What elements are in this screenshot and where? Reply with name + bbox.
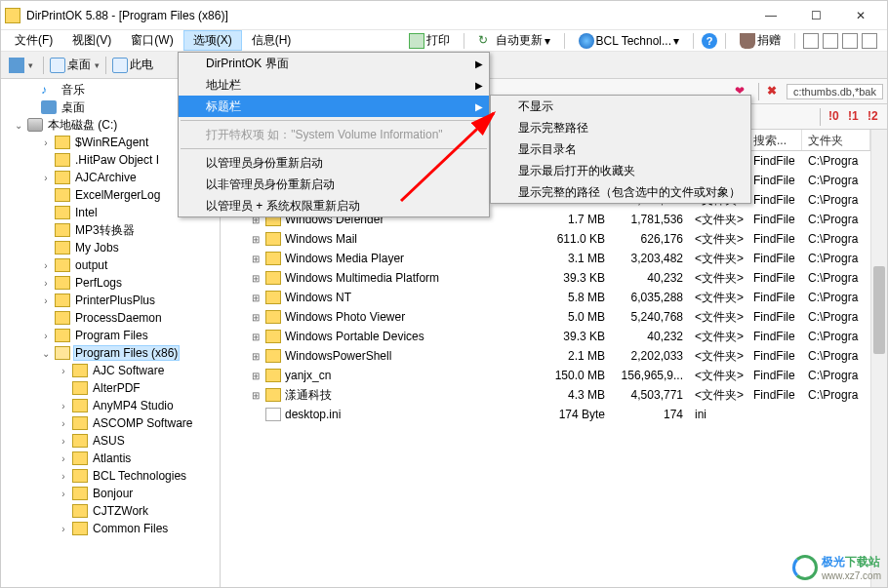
print-button[interactable]: 打印 bbox=[403, 32, 456, 49]
autorefresh-label: 自动更新 bbox=[496, 32, 543, 49]
tree-node[interactable]: MP3转换器 bbox=[1, 221, 220, 239]
close-button[interactable]: ✕ bbox=[838, 1, 883, 30]
menu-item-label: 以管理员身份重新启动 bbox=[206, 155, 323, 172]
tree-node[interactable]: ⌄Program Files (x86) bbox=[1, 344, 220, 362]
tree-node[interactable]: AlterPDF bbox=[1, 379, 220, 397]
menu-info[interactable]: 信息(H) bbox=[242, 30, 302, 51]
expand-icon[interactable]: ⊞ bbox=[246, 312, 265, 323]
expand-icon[interactable]: › bbox=[58, 418, 69, 429]
tile-icon-4[interactable] bbox=[862, 33, 877, 49]
menu-item[interactable]: DirPrintOK 界面▶ bbox=[179, 53, 489, 74]
minimize-button[interactable]: — bbox=[748, 1, 793, 30]
expand-icon[interactable]: ⊞ bbox=[246, 390, 265, 401]
tree-node[interactable]: My Jobs bbox=[1, 239, 220, 256]
file-row[interactable]: ⊞Windows Portable Devices39.3 KB40,232<文… bbox=[221, 327, 887, 346]
menu-window[interactable]: 窗口(W) bbox=[121, 30, 182, 51]
marker-1-icon[interactable]: !0 bbox=[828, 109, 844, 125]
folder-open-icon bbox=[55, 346, 70, 360]
menu-view[interactable]: 视图(V) bbox=[62, 30, 121, 51]
tree-node[interactable]: ›AJC Software bbox=[1, 362, 220, 379]
expand-icon[interactable]: › bbox=[40, 278, 52, 289]
expand-icon[interactable]: ⊞ bbox=[246, 351, 265, 362]
marker-2-icon[interactable]: !1 bbox=[848, 109, 864, 125]
tree-node[interactable]: ›PerfLogs bbox=[1, 274, 220, 292]
marker-3-icon[interactable]: !2 bbox=[868, 109, 883, 125]
menu-item[interactable]: 以管理员 + 系统权限重新启动 bbox=[179, 195, 489, 216]
menu-item[interactable]: 显示完整路径 bbox=[491, 117, 750, 138]
menu-options[interactable]: 选项(X) bbox=[183, 30, 242, 51]
expand-icon[interactable]: › bbox=[40, 173, 52, 183]
file-row[interactable]: ⊞Windows Mail611.0 KB626,176<文件夹>FindFil… bbox=[221, 229, 887, 249]
expand-icon[interactable]: ⊞ bbox=[246, 273, 265, 284]
expand-icon[interactable]: › bbox=[40, 260, 52, 271]
expand-icon[interactable]: › bbox=[58, 489, 69, 499]
tree-node[interactable]: ›AnyMP4 Studio bbox=[1, 397, 220, 414]
file-row[interactable]: ⊞yanjx_cn150.0 MB156,965,9...<文件夹>FindFi… bbox=[221, 366, 887, 385]
donate-button[interactable]: 捐赠 bbox=[734, 32, 787, 49]
menu-item[interactable]: 显示完整的路径（包含选中的文件或对象） bbox=[491, 181, 750, 203]
expand-icon[interactable]: › bbox=[58, 401, 69, 412]
tree-node[interactable]: ›BCL Technologies bbox=[1, 467, 220, 485]
expand-icon[interactable]: › bbox=[58, 524, 69, 534]
clear-icon[interactable]: ✖ bbox=[767, 84, 783, 99]
thispc-combo[interactable]: 此电 bbox=[112, 57, 153, 73]
tree-node[interactable]: ›Bonjour bbox=[1, 485, 220, 502]
expand-icon[interactable]: › bbox=[58, 453, 69, 464]
tree-node[interactable]: CJTZWork bbox=[1, 502, 220, 520]
help-icon[interactable]: ? bbox=[702, 33, 717, 49]
tree-node[interactable]: ›ASUS bbox=[1, 432, 220, 450]
list-scrollbar[interactable] bbox=[870, 130, 887, 587]
expand-icon[interactable]: › bbox=[58, 436, 69, 447]
column-search[interactable]: 搜索... bbox=[747, 130, 802, 150]
expand-icon[interactable]: ⊞ bbox=[246, 254, 265, 264]
tile-icon-1[interactable] bbox=[803, 33, 819, 49]
menu-item[interactable]: 显示最后打开的收藏夹 bbox=[491, 160, 750, 181]
expand-icon[interactable]: › bbox=[40, 137, 52, 148]
column-folder[interactable]: 文件夹 bbox=[802, 130, 870, 150]
file-row[interactable]: desktop.ini174 Byte174ini bbox=[221, 405, 887, 424]
expand-icon[interactable]: › bbox=[58, 366, 69, 376]
file-name: Windows NT bbox=[285, 291, 351, 304]
tree-node[interactable]: ›Atlantis bbox=[1, 450, 220, 467]
tile-icon-3[interactable] bbox=[842, 33, 858, 49]
tree-node[interactable]: ›ASCOMP Software bbox=[1, 414, 220, 432]
expand-icon[interactable]: ⊞ bbox=[246, 234, 265, 245]
expand-icon[interactable]: ⊞ bbox=[246, 293, 265, 303]
dropdown-icon: ▾ bbox=[95, 60, 100, 70]
menu-item[interactable]: 标题栏▶ bbox=[179, 96, 489, 117]
file-row[interactable]: ⊞Windows Multimedia Platform39.3 KB40,23… bbox=[221, 268, 887, 288]
autorefresh-button[interactable]: ↻ 自动更新 ▾ bbox=[472, 32, 556, 49]
tree-node[interactable]: ›PrinterPlusPlus bbox=[1, 292, 220, 309]
filter-mask-text[interactable]: c:thumbs.db,*bak bbox=[787, 84, 883, 99]
menu-item[interactable]: 以管理员身份重新启动 bbox=[179, 152, 489, 174]
menu-item[interactable]: 以非管理员身份重新启动 bbox=[179, 174, 489, 195]
menu-item[interactable]: 地址栏▶ bbox=[179, 74, 489, 96]
expand-icon[interactable]: ⌄ bbox=[13, 120, 24, 131]
expand-icon[interactable]: › bbox=[58, 471, 69, 482]
tile-icon-2[interactable] bbox=[823, 33, 838, 49]
new-tab-button[interactable]: ▾ bbox=[5, 56, 37, 75]
separator bbox=[820, 108, 821, 126]
file-row[interactable]: ⊞Windows NT5.8 MB6,035,288<文件夹>FindFileC… bbox=[221, 288, 887, 307]
expand-icon[interactable]: › bbox=[40, 295, 52, 306]
maximize-button[interactable]: ☐ bbox=[793, 1, 838, 30]
expand-icon[interactable]: ⊞ bbox=[246, 332, 265, 342]
menu-separator bbox=[181, 120, 487, 121]
file-row[interactable]: ⊞漾通科技4.3 MB4,503,771<文件夹>FindFileC:\Prog… bbox=[221, 385, 887, 405]
tree-node[interactable]: ProcessDaemon bbox=[1, 309, 220, 327]
expand-icon[interactable]: ⊞ bbox=[246, 371, 265, 381]
file-row[interactable]: ⊞WindowsPowerShell2.1 MB2,202,033<文件夹>Fi… bbox=[221, 346, 887, 366]
tree-node[interactable]: ›Program Files bbox=[1, 327, 220, 344]
expand-icon[interactable]: ⌄ bbox=[40, 348, 52, 359]
desktop-combo[interactable]: 桌面 ▾ bbox=[50, 57, 100, 73]
menu-file[interactable]: 文件(F) bbox=[5, 30, 62, 51]
file-row[interactable]: ⊞Windows Photo Viewer5.0 MB5,240,768<文件夹… bbox=[221, 307, 887, 327]
tree-node[interactable]: ›Common Files bbox=[1, 520, 220, 537]
menu-item[interactable]: 不显示 bbox=[491, 96, 750, 117]
file-row[interactable]: ⊞Windows Media Player3.1 MB3,203,482<文件夹… bbox=[221, 249, 887, 268]
expand-icon[interactable]: › bbox=[40, 331, 52, 341]
file-size: 39.3 KB bbox=[543, 330, 611, 343]
tree-node[interactable]: ›output bbox=[1, 256, 220, 274]
menu-item[interactable]: 显示目录名 bbox=[491, 138, 750, 160]
bcl-combo[interactable]: BCL Technol... ▾ bbox=[573, 33, 685, 49]
